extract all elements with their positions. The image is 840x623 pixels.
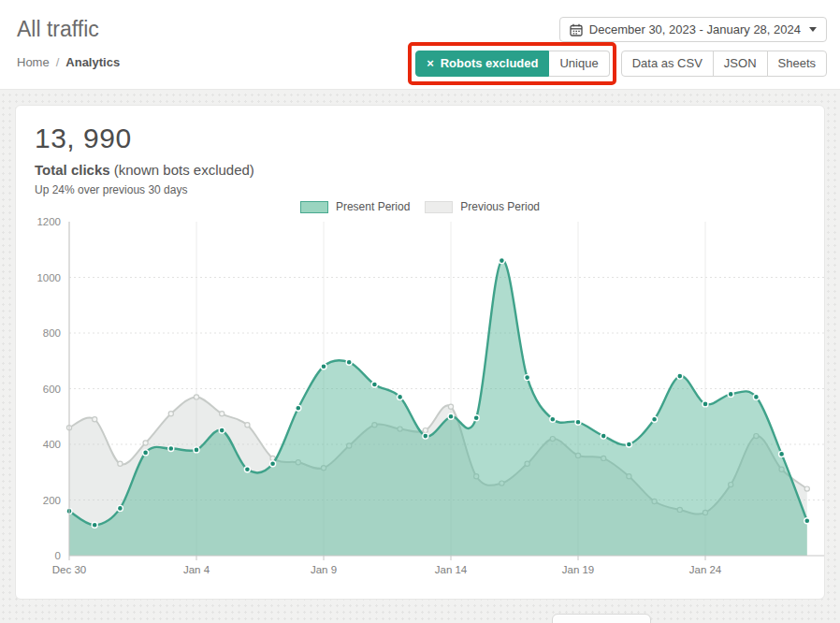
previous-period-swatch-icon (425, 201, 453, 213)
traffic-card: 13, 990 Total clicks (known bots exclude… (15, 105, 825, 600)
svg-text:800: 800 (43, 327, 61, 339)
svg-text:Jan 14: Jan 14 (435, 564, 468, 575)
x-axis-labels: Dec 30Jan 4Jan 9Jan 14Jan 19Jan 24 (52, 564, 722, 575)
svg-text:Dec 30: Dec 30 (52, 564, 86, 575)
svg-text:1000: 1000 (36, 272, 61, 283)
json-export-button[interactable]: JSON (713, 51, 768, 77)
present-period-swatch-icon (300, 201, 328, 213)
svg-text:Jan 4: Jan 4 (183, 564, 210, 575)
chart-area: 020040060080010001200Dec 30Jan 4Jan 9Jan… (69, 222, 824, 556)
date-range-button[interactable]: December 30, 2023 - January 28, 2024 (559, 17, 827, 42)
close-icon[interactable]: × (427, 56, 434, 71)
svg-text:0: 0 (55, 550, 61, 561)
breadcrumb-current: Analytics (65, 55, 120, 69)
svg-text:1200: 1200 (36, 216, 61, 227)
metric-label: Total clicks (35, 162, 110, 178)
svg-text:Jan 24: Jan 24 (689, 564, 722, 575)
legend-previous-label: Previous Period (460, 200, 540, 213)
comparison-note: Up 24% over previous 30 days (35, 183, 187, 196)
svg-text:Jan 19: Jan 19 (562, 564, 595, 575)
chart-legend: Present Period Previous Period (16, 200, 824, 213)
svg-text:200: 200 (43, 495, 61, 506)
svg-text:Jan 9: Jan 9 (311, 564, 337, 575)
breadcrumb-home-link[interactable]: Home (17, 55, 50, 69)
partial-bottom-button[interactable] (552, 614, 651, 623)
legend-present-label: Present Period (336, 200, 410, 213)
data-as-csv-button[interactable]: Data as CSV (621, 51, 714, 77)
chevron-down-icon (809, 27, 817, 32)
robots-excluded-filter-button[interactable]: × Robots excluded (415, 51, 549, 77)
export-button-group: Data as CSV JSON Sheets (621, 51, 827, 77)
sheets-export-button[interactable]: Sheets (767, 51, 827, 77)
toolbar-row: × Robots excluded Unique Data as CSV JSO… (415, 51, 827, 77)
y-axis-labels: 020040060080010001200 (36, 216, 61, 561)
date-range-label: December 30, 2023 - January 28, 2024 (589, 22, 801, 36)
legend-item-previous: Previous Period (425, 200, 540, 213)
traffic-chart[interactable]: 020040060080010001200Dec 30Jan 4Jan 9Jan… (69, 222, 824, 556)
filter-button-group: × Robots excluded Unique (415, 51, 610, 77)
calendar-icon (570, 23, 583, 36)
page-header: All traffic Home/Analytics December 30, … (0, 0, 840, 90)
page-title: All traffic (17, 17, 99, 42)
breadcrumb: Home/Analytics (17, 55, 120, 69)
svg-text:600: 600 (43, 384, 61, 395)
unique-filter-button[interactable]: Unique (549, 51, 609, 77)
metric-note: (known bots excluded) (114, 162, 254, 178)
robots-excluded-label: Robots excluded (441, 56, 539, 71)
total-clicks-value: 13, 990 (35, 123, 132, 154)
metric-line: Total clicks (known bots excluded) (35, 162, 254, 178)
breadcrumb-separator: / (56, 55, 60, 69)
legend-item-present: Present Period (300, 200, 410, 213)
svg-text:400: 400 (43, 439, 61, 450)
